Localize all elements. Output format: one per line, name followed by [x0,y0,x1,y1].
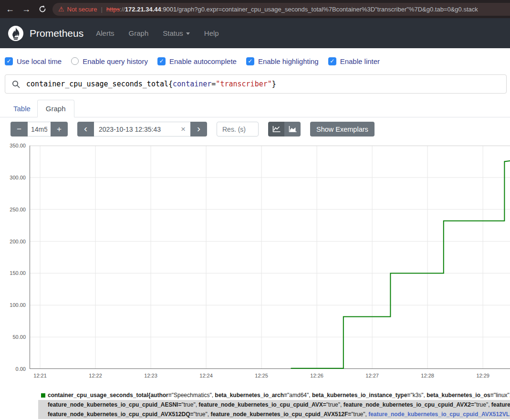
navbar-links: Alerts Graph Status Help [96,29,233,37]
query-token-label: container [173,80,211,88]
caret-down-icon [186,32,190,35]
option-enable-highlighting[interactable]: ✓Enable highlighting [246,57,319,65]
nav-alerts[interactable]: Alerts [96,29,114,37]
y-tick-label: 200.00 [0,239,26,244]
legend-segment: container_cpu_usage_seconds_total{author… [48,392,172,399]
x-tick-label: 12:23 [137,373,164,378]
legend-segment: beta_kubernetes_io_instance_type= [312,392,410,399]
x-tick-label: 12:25 [248,373,275,378]
legend-segment: "true", [351,411,368,418]
reload-icon[interactable] [38,5,47,13]
checkbox-unchecked-icon[interactable] [71,57,79,65]
legend-line[interactable]: feature_node_kubernetes_io_cpu_cpuid_AVX… [38,410,510,419]
forward-time-button[interactable]: › [190,122,207,136]
legend-line[interactable]: container_cpu_usage_seconds_total{author… [38,390,510,400]
datetime-input[interactable]: 2023-10-13 12:35:43 × [94,122,190,136]
query-token-punct: = [211,80,216,88]
query-token-string: "transcriber" [216,80,271,88]
prometheus-logo-icon[interactable] [8,25,24,42]
query-input[interactable]: container_cpu_usage_seconds_total{contai… [5,74,507,94]
legend-segment: "amd64", [287,392,312,399]
chart-area: 0.0050.00100.00150.00200.00250.00300.003… [0,146,510,387]
back-icon[interactable]: ← [6,5,14,13]
chart-svg[interactable] [30,146,510,369]
option-enable-query-history[interactable]: Enable query history [71,57,148,65]
decrease-range-button[interactable]: − [10,122,28,136]
options-row: ✓Use local timeEnable query history✓Enab… [5,52,510,70]
query-token-punct: { [168,80,173,88]
range-input[interactable] [28,122,51,136]
legend-segment: feature_node_kubernetes_io_cpu_cpuid_AVX… [368,411,510,418]
y-tick-label: 0.00 [0,366,26,372]
option-label: Enable autocomplete [169,57,237,65]
y-tick-label: 50.00 [0,334,26,340]
query-token-punct: } [272,80,276,88]
range-control-group: − + [10,122,68,136]
option-enable-autocomplete[interactable]: ✓Enable autocomplete [157,57,237,65]
checkbox-checked-icon[interactable]: ✓ [328,57,336,65]
legend-segment: "true", [474,401,491,408]
rewind-time-button[interactable]: ‹ [77,122,94,136]
query-expression[interactable]: container_cpu_usage_seconds_total{contai… [26,80,276,88]
url-path: /graph?g0.expr=container_cpu_usage_secon… [177,6,478,13]
legend-line[interactable]: feature_node_kubernetes_io_cpu_cpuid_AES… [38,400,510,410]
checkbox-checked-icon[interactable]: ✓ [157,57,166,65]
legend-segment: feature_node_kubernetes_io_cpu_cpuid_AVX… [343,401,474,408]
y-tick-label: 300.00 [0,175,26,180]
legend-segment: feature_node_kubernetes_io_cpu_cpuid_AVX… [48,411,194,418]
url-divider: | [101,6,102,13]
url-port: :9001 [161,6,177,13]
graph-type-toggle-group [268,122,301,136]
option-label: Enable linter [340,57,380,65]
option-label: Enable query history [83,57,148,65]
query-token-metric: container_cpu_usage_seconds_total [26,80,168,88]
nav-graph[interactable]: Graph [129,29,149,37]
y-tick-label: 150.00 [0,270,26,276]
line-graph-toggle[interactable] [268,122,284,136]
x-tick-label: 12:26 [303,373,330,378]
option-label: Enable highlighting [258,57,319,65]
nav-status[interactable]: Status [163,29,190,37]
url-scheme: https [106,6,120,13]
increase-range-button[interactable]: + [51,122,68,136]
legend-segment: feature_node_kubernetes_io_cpu_cpuid_AVX… [210,411,351,418]
legend-segment: "true", [181,401,198,408]
legend-segment: "k3s", [410,392,427,399]
tab-graph[interactable]: Graph [37,100,74,117]
legend-segment: feature_node_kubernetes_io_cpu_cpuid_AES… [48,401,181,408]
y-tick-label: 250.00 [0,207,26,212]
nav-status-label: Status [163,29,183,37]
x-tick-label: 12:22 [82,373,109,378]
series-swatch [41,393,45,398]
y-tick-label: 100.00 [0,302,26,308]
forward-icon[interactable]: → [22,5,31,13]
legend-segment: beta_kubernetes_io_os= [427,392,493,399]
browser-chrome: ← → ⚠ Not secure | https://172.21.34.44:… [0,0,510,18]
tab-table[interactable]: Table [7,100,37,117]
y-tick-label: 350.00 [0,143,26,148]
tab-bar: Table Graph [0,98,510,117]
stacked-graph-toggle[interactable] [284,122,301,136]
prometheus-graph-page: { "browser": { "url_warning": "Not secur… [0,0,510,420]
not-secure-label: Not secure [67,6,97,13]
url-host: 172.21.34.44 [125,6,161,13]
x-tick-label: 12:21 [27,373,53,378]
option-enable-linter[interactable]: ✓Enable linter [328,57,380,65]
clear-datetime-icon[interactable]: × [181,125,186,134]
checkbox-checked-icon[interactable]: ✓ [246,57,254,65]
search-icon [5,80,26,88]
graph-controls: − + ‹ 2023-10-13 12:35:43 × › Show Exemp… [10,122,375,136]
legend-lines: container_cpu_usage_seconds_total{author… [38,390,510,419]
option-use-local-time[interactable]: ✓Use local time [5,57,62,65]
show-exemplars-button[interactable]: Show Exemplars [310,122,375,136]
legend-segment: feature_node_kubernetes_io_cpu_cpuid_AVX… [198,401,326,408]
legend-segment: "linux", [494,392,510,399]
nav-help[interactable]: Help [204,29,219,37]
legend-segment: beta_kubernetes_io_arch= [215,392,287,399]
datetime-value: 2023-10-13 12:35:43 [99,126,178,133]
x-tick-label: 12:29 [469,373,496,378]
brand-title[interactable]: Prometheus [30,28,83,39]
resolution-input[interactable] [217,122,259,136]
checkbox-checked-icon[interactable]: ✓ [5,57,13,65]
url-bar[interactable]: ⚠ Not secure | https://172.21.34.44:9001… [52,3,510,16]
